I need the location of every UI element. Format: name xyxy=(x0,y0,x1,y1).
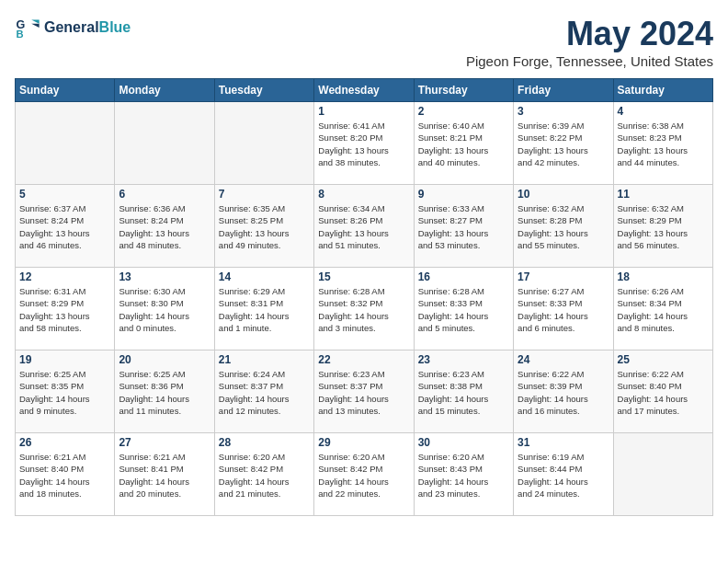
day-number: 1 xyxy=(318,105,409,118)
weekday-header-friday: Friday xyxy=(514,79,613,102)
day-cell: 14Sunrise: 6:29 AM Sunset: 8:31 PM Dayli… xyxy=(214,268,313,350)
day-number: 30 xyxy=(418,436,509,449)
week-row-2: 5Sunrise: 6:37 AM Sunset: 8:24 PM Daylig… xyxy=(16,185,713,268)
day-number: 15 xyxy=(318,270,409,283)
day-cell: 5Sunrise: 6:37 AM Sunset: 8:24 PM Daylig… xyxy=(16,185,115,268)
logo-general: General xyxy=(44,19,99,35)
day-number: 26 xyxy=(19,436,110,449)
day-number: 10 xyxy=(518,188,609,201)
weekday-header-wednesday: Wednesday xyxy=(314,79,414,102)
day-number: 9 xyxy=(418,188,509,201)
day-number: 18 xyxy=(618,270,709,283)
svg-marker-2 xyxy=(31,24,39,28)
day-cell xyxy=(214,102,313,185)
day-number: 28 xyxy=(219,436,310,449)
day-number: 22 xyxy=(318,353,409,366)
day-cell: 13Sunrise: 6:30 AM Sunset: 8:30 PM Dayli… xyxy=(115,268,214,350)
day-number: 12 xyxy=(19,270,110,283)
day-info: Sunrise: 6:29 AM Sunset: 8:31 PM Dayligh… xyxy=(219,285,310,334)
day-info: Sunrise: 6:41 AM Sunset: 8:20 PM Dayligh… xyxy=(318,120,409,168)
day-number: 13 xyxy=(119,270,210,283)
day-info: Sunrise: 6:23 AM Sunset: 8:38 PM Dayligh… xyxy=(418,368,509,417)
month-title: May 2024 xyxy=(466,15,713,53)
day-number: 2 xyxy=(418,105,509,118)
day-cell: 31Sunrise: 6:19 AM Sunset: 8:44 PM Dayli… xyxy=(514,433,613,516)
day-cell: 7Sunrise: 6:35 AM Sunset: 8:25 PM Daylig… xyxy=(214,185,313,268)
day-info: Sunrise: 6:23 AM Sunset: 8:37 PM Dayligh… xyxy=(318,368,409,417)
day-cell: 29Sunrise: 6:20 AM Sunset: 8:42 PM Dayli… xyxy=(314,433,414,516)
day-info: Sunrise: 6:37 AM Sunset: 8:24 PM Dayligh… xyxy=(19,202,110,251)
day-cell: 12Sunrise: 6:31 AM Sunset: 8:29 PM Dayli… xyxy=(16,268,115,350)
day-info: Sunrise: 6:36 AM Sunset: 8:24 PM Dayligh… xyxy=(119,202,210,251)
day-info: Sunrise: 6:20 AM Sunset: 8:43 PM Dayligh… xyxy=(418,451,509,500)
day-number: 11 xyxy=(618,188,709,201)
day-info: Sunrise: 6:26 AM Sunset: 8:34 PM Dayligh… xyxy=(618,285,709,334)
day-number: 7 xyxy=(219,188,310,201)
day-info: Sunrise: 6:34 AM Sunset: 8:26 PM Dayligh… xyxy=(318,202,409,251)
title-area: May 2024 Pigeon Forge, Tennessee, United… xyxy=(466,15,713,69)
day-cell: 25Sunrise: 6:22 AM Sunset: 8:40 PM Dayli… xyxy=(613,350,712,433)
day-number: 8 xyxy=(318,188,409,201)
day-number: 19 xyxy=(19,353,110,366)
day-info: Sunrise: 6:32 AM Sunset: 8:29 PM Dayligh… xyxy=(618,202,709,251)
calendar-table: SundayMondayTuesdayWednesdayThursdayFrid… xyxy=(15,78,713,516)
logo-icon: G B xyxy=(15,15,40,40)
day-cell: 30Sunrise: 6:20 AM Sunset: 8:43 PM Dayli… xyxy=(414,433,513,516)
day-cell: 6Sunrise: 6:36 AM Sunset: 8:24 PM Daylig… xyxy=(115,185,214,268)
svg-text:B: B xyxy=(16,29,23,40)
day-cell xyxy=(115,102,214,185)
day-number: 24 xyxy=(518,353,609,366)
week-row-5: 26Sunrise: 6:21 AM Sunset: 8:40 PM Dayli… xyxy=(16,433,713,516)
day-info: Sunrise: 6:28 AM Sunset: 8:32 PM Dayligh… xyxy=(318,285,409,334)
day-number: 27 xyxy=(119,436,210,449)
day-cell: 8Sunrise: 6:34 AM Sunset: 8:26 PM Daylig… xyxy=(314,185,414,268)
day-cell: 17Sunrise: 6:27 AM Sunset: 8:33 PM Dayli… xyxy=(514,268,613,350)
day-number: 4 xyxy=(618,105,709,118)
day-cell: 10Sunrise: 6:32 AM Sunset: 8:28 PM Dayli… xyxy=(514,185,613,268)
logo: G B GeneralBlue xyxy=(15,15,131,40)
day-info: Sunrise: 6:25 AM Sunset: 8:35 PM Dayligh… xyxy=(19,368,110,417)
day-cell: 27Sunrise: 6:21 AM Sunset: 8:41 PM Dayli… xyxy=(115,433,214,516)
day-info: Sunrise: 6:21 AM Sunset: 8:41 PM Dayligh… xyxy=(119,451,210,500)
weekday-header-tuesday: Tuesday xyxy=(214,79,313,102)
day-info: Sunrise: 6:32 AM Sunset: 8:28 PM Dayligh… xyxy=(518,202,609,251)
day-cell xyxy=(16,102,115,185)
day-info: Sunrise: 6:19 AM Sunset: 8:44 PM Dayligh… xyxy=(518,451,609,500)
day-info: Sunrise: 6:24 AM Sunset: 8:37 PM Dayligh… xyxy=(219,368,310,417)
week-row-1: 1Sunrise: 6:41 AM Sunset: 8:20 PM Daylig… xyxy=(16,102,713,185)
day-number: 14 xyxy=(219,270,310,283)
weekday-header-thursday: Thursday xyxy=(414,79,513,102)
day-number: 6 xyxy=(119,188,210,201)
day-info: Sunrise: 6:33 AM Sunset: 8:27 PM Dayligh… xyxy=(418,202,509,251)
day-cell: 22Sunrise: 6:23 AM Sunset: 8:37 PM Dayli… xyxy=(314,350,414,433)
week-row-4: 19Sunrise: 6:25 AM Sunset: 8:35 PM Dayli… xyxy=(16,350,713,433)
day-info: Sunrise: 6:28 AM Sunset: 8:33 PM Dayligh… xyxy=(418,285,509,334)
day-number: 31 xyxy=(518,436,609,449)
day-info: Sunrise: 6:22 AM Sunset: 8:40 PM Dayligh… xyxy=(618,368,709,417)
day-info: Sunrise: 6:21 AM Sunset: 8:40 PM Dayligh… xyxy=(19,451,110,500)
day-number: 23 xyxy=(418,353,509,366)
day-info: Sunrise: 6:20 AM Sunset: 8:42 PM Dayligh… xyxy=(219,451,310,500)
day-cell: 26Sunrise: 6:21 AM Sunset: 8:40 PM Dayli… xyxy=(16,433,115,516)
day-cell: 16Sunrise: 6:28 AM Sunset: 8:33 PM Dayli… xyxy=(414,268,513,350)
day-number: 21 xyxy=(219,353,310,366)
logo-text-block: GeneralBlue xyxy=(44,19,131,36)
day-info: Sunrise: 6:22 AM Sunset: 8:39 PM Dayligh… xyxy=(518,368,609,417)
day-info: Sunrise: 6:30 AM Sunset: 8:30 PM Dayligh… xyxy=(119,285,210,334)
day-cell: 4Sunrise: 6:38 AM Sunset: 8:23 PM Daylig… xyxy=(613,102,712,185)
day-cell: 20Sunrise: 6:25 AM Sunset: 8:36 PM Dayli… xyxy=(115,350,214,433)
day-cell: 19Sunrise: 6:25 AM Sunset: 8:35 PM Dayli… xyxy=(16,350,115,433)
svg-marker-1 xyxy=(31,20,39,24)
day-number: 29 xyxy=(318,436,409,449)
weekday-header-sunday: Sunday xyxy=(16,79,115,102)
day-info: Sunrise: 6:39 AM Sunset: 8:22 PM Dayligh… xyxy=(518,120,609,168)
day-cell: 11Sunrise: 6:32 AM Sunset: 8:29 PM Dayli… xyxy=(613,185,712,268)
day-cell: 28Sunrise: 6:20 AM Sunset: 8:42 PM Dayli… xyxy=(214,433,313,516)
day-number: 25 xyxy=(618,353,709,366)
day-cell: 3Sunrise: 6:39 AM Sunset: 8:22 PM Daylig… xyxy=(514,102,613,185)
day-cell: 2Sunrise: 6:40 AM Sunset: 8:21 PM Daylig… xyxy=(414,102,513,185)
week-row-3: 12Sunrise: 6:31 AM Sunset: 8:29 PM Dayli… xyxy=(16,268,713,350)
day-number: 17 xyxy=(518,270,609,283)
weekday-header-monday: Monday xyxy=(115,79,214,102)
day-cell: 9Sunrise: 6:33 AM Sunset: 8:27 PM Daylig… xyxy=(414,185,513,268)
